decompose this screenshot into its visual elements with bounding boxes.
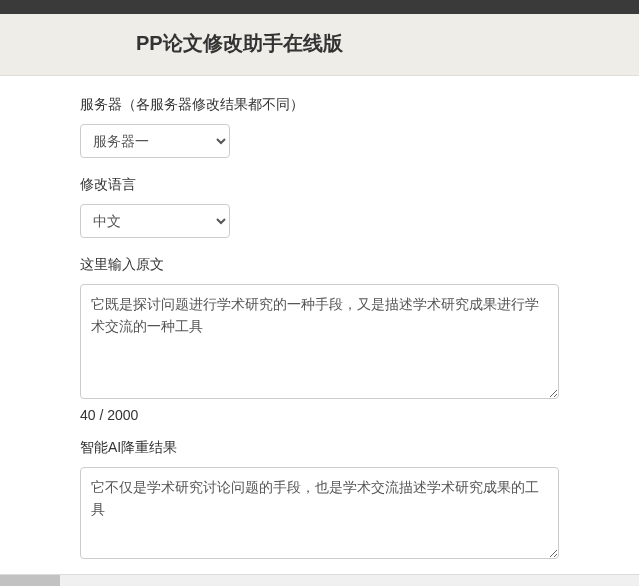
char-counter: 40 / 2000 bbox=[80, 407, 559, 423]
input-label: 这里输入原文 bbox=[80, 256, 559, 274]
output-label: 智能AI降重结果 bbox=[80, 439, 559, 457]
input-textarea[interactable] bbox=[80, 284, 559, 399]
horizontal-scrollbar-thumb[interactable] bbox=[0, 575, 60, 586]
output-group: 智能AI降重结果 bbox=[80, 439, 559, 563]
top-bar bbox=[0, 0, 639, 14]
page-header: PP论文修改助手在线版 bbox=[0, 14, 639, 76]
language-select[interactable]: 中文 bbox=[80, 204, 230, 238]
language-group: 修改语言 中文 bbox=[80, 176, 559, 238]
horizontal-scrollbar-track[interactable] bbox=[0, 574, 639, 586]
language-label: 修改语言 bbox=[80, 176, 559, 194]
server-group: 服务器（各服务器修改结果都不同） 服务器一 bbox=[80, 96, 559, 158]
page-title: PP论文修改助手在线版 bbox=[136, 30, 639, 57]
input-group: 这里输入原文 bbox=[80, 256, 559, 403]
output-textarea[interactable] bbox=[80, 467, 559, 559]
server-label: 服务器（各服务器修改结果都不同） bbox=[80, 96, 559, 114]
main-content: 服务器（各服务器修改结果都不同） 服务器一 修改语言 中文 这里输入原文 40 … bbox=[0, 76, 639, 586]
server-select[interactable]: 服务器一 bbox=[80, 124, 230, 158]
